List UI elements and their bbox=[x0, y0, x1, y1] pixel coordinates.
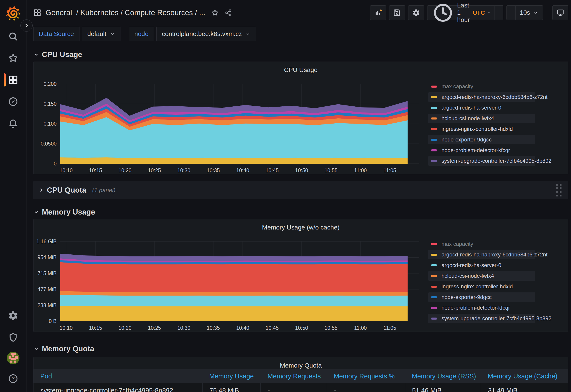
section-header-memory-usage[interactable]: Memory Usage bbox=[33, 207, 568, 217]
refresh-interval-picker[interactable]: 10s bbox=[515, 6, 543, 20]
memory-usage-chart[interactable]: 0 B238 MiB477 MiB715 MiB954 MiB1.16 GiB1… bbox=[33, 239, 425, 333]
panel-title[interactable]: Memory Quota bbox=[33, 357, 568, 369]
dashboard-icon bbox=[33, 9, 42, 17]
legend-item[interactable]: system-upgrade-controller-7cfb4c4995-8p8… bbox=[428, 156, 535, 166]
legend-item[interactable]: node-problem-detector-kfcqr bbox=[428, 146, 535, 155]
chart-row: 00.05000.1000.1500.20010:1010:1510:2010:… bbox=[33, 73, 568, 176]
y-tick-label: 0.0500 bbox=[41, 141, 57, 147]
star-icon[interactable] bbox=[211, 9, 219, 16]
sidebar-item-configuration[interactable] bbox=[0, 308, 27, 323]
variable-node-select[interactable]: controlplane.bee.k8s.vxm.cz bbox=[157, 27, 256, 41]
zoom-out-button[interactable] bbox=[494, 6, 503, 20]
user-avatar[interactable] bbox=[7, 352, 19, 364]
table-header-row: PodMemory UsageMemory RequestsMemory Req… bbox=[33, 369, 568, 383]
table-cell: 51.46 MiB bbox=[405, 383, 481, 392]
column-header[interactable]: Memory Requests bbox=[261, 369, 327, 383]
table-cell: system-upgrade-controller-7cfb4c4995-8p8… bbox=[33, 383, 202, 392]
memory-quota-table: PodMemory UsageMemory RequestsMemory Req… bbox=[33, 369, 568, 392]
panel-title[interactable]: Memory Usage (w/o cache) bbox=[33, 219, 568, 231]
sidebar-item-search[interactable] bbox=[0, 29, 27, 44]
y-tick-label: 0.200 bbox=[43, 81, 57, 87]
grafana-logo[interactable] bbox=[4, 4, 22, 21]
variable-datasource-select[interactable]: default bbox=[82, 27, 120, 41]
y-tick-label: 0 bbox=[54, 161, 57, 167]
table-cell: 75.48 MiB bbox=[202, 383, 261, 392]
sidebar-item-dashboards[interactable] bbox=[0, 72, 27, 87]
chevron-down-icon bbox=[533, 10, 538, 15]
legend-label: argocd-redis-ha-haproxy-6cdbb584b6-z72nt bbox=[442, 252, 547, 258]
legend-item[interactable]: argocd-redis-ha-server-0 bbox=[428, 261, 535, 270]
drag-handle[interactable] bbox=[556, 184, 561, 196]
breadcrumb[interactable]: General / Kubernetes / Compute Resources… bbox=[33, 8, 205, 17]
column-header[interactable]: Memory Usage (RSS) bbox=[405, 369, 481, 383]
legend-label: system-upgrade-controller-7cfb4c4995-8p8… bbox=[442, 158, 552, 164]
cpu-usage-chart[interactable]: 00.05000.1000.1500.20010:1010:1510:2010:… bbox=[33, 81, 425, 176]
legend-item[interactable]: system-upgrade-controller-7cfb4c4995-8p8… bbox=[428, 314, 535, 323]
legend-label: max capacity bbox=[442, 83, 473, 90]
legend-swatch bbox=[431, 264, 437, 266]
sidebar-expand-button[interactable] bbox=[20, 19, 33, 32]
legend-label: node-exporter-9dgcc bbox=[442, 294, 492, 300]
legend-item[interactable]: ingress-nginx-controller-hdxld bbox=[428, 124, 535, 134]
legend-label: hcloud-csi-node-lwfx4 bbox=[442, 115, 494, 122]
legend-item[interactable]: node-exporter-9dgcc bbox=[428, 135, 535, 144]
breadcrumb-path: / Kubernetes / Compute Resources / ... bbox=[76, 8, 205, 17]
x-tick-label: 10:30 bbox=[177, 325, 190, 331]
share-icon[interactable] bbox=[225, 9, 232, 16]
y-tick-label: 0.150 bbox=[43, 101, 57, 107]
section-header-memory-quota[interactable]: Memory Quota bbox=[33, 344, 568, 354]
search-icon bbox=[8, 31, 18, 42]
column-header[interactable]: Memory Usage bbox=[202, 369, 261, 383]
panel-cpu-usage: CPU Usage 00.05000.1000.1500.20010:1010:… bbox=[33, 62, 568, 174]
legend-swatch bbox=[431, 139, 437, 141]
variable-value: default bbox=[87, 30, 106, 38]
section-header-cpu-usage[interactable]: CPU Usage bbox=[33, 49, 568, 60]
x-tick-label: 10:10 bbox=[59, 325, 73, 331]
chart-row: 0 B238 MiB477 MiB715 MiB954 MiB1.16 GiB1… bbox=[33, 231, 568, 333]
breadcrumb-folder[interactable]: General bbox=[45, 8, 72, 17]
sidebar-item-explore[interactable] bbox=[0, 94, 27, 109]
add-panel-button[interactable] bbox=[370, 5, 386, 20]
time-range-picker[interactable]: Last 1 hour UTC bbox=[428, 6, 494, 20]
column-header[interactable]: Memory Usage (Cache) bbox=[481, 369, 568, 383]
refresh-button[interactable] bbox=[507, 6, 515, 20]
clock-icon bbox=[432, 1, 454, 24]
refresh-interval-label: 10s bbox=[520, 9, 530, 16]
y-tick-label: 477 MiB bbox=[38, 286, 57, 292]
legend-item[interactable]: argocd-redis-ha-haproxy-6cdbb584b6-z72nt bbox=[428, 250, 535, 259]
legend-label: argocd-redis-ha-server-0 bbox=[442, 262, 501, 268]
section-header-cpu-quota[interactable]: CPU Quota (1 panel) bbox=[33, 181, 568, 199]
kiosk-mode-button[interactable] bbox=[552, 5, 568, 20]
legend-item[interactable]: argocd-redis-ha-haproxy-6cdbb584b6-z72nt bbox=[428, 92, 535, 102]
legend-item[interactable]: hcloud-csi-node-lwfx4 bbox=[428, 114, 535, 123]
sidebar-item-alerting[interactable] bbox=[0, 116, 27, 131]
chevron-right-icon bbox=[24, 23, 29, 28]
legend-item[interactable]: hcloud-csi-node-lwfx4 bbox=[428, 271, 535, 281]
sidebar-item-help[interactable]: ? bbox=[0, 371, 27, 386]
legend-swatch bbox=[431, 286, 437, 288]
legend-item[interactable]: max capacity bbox=[428, 239, 535, 249]
save-dashboard-button[interactable] bbox=[389, 5, 405, 20]
dashboard-settings-button[interactable] bbox=[408, 5, 424, 20]
legend-item[interactable]: argocd-redis-ha-server-0 bbox=[428, 103, 535, 112]
legend-item[interactable]: max capacity bbox=[428, 82, 535, 91]
column-header[interactable]: Pod bbox=[33, 369, 202, 383]
legend-item[interactable]: node-problem-detector-kfcqr bbox=[428, 303, 535, 313]
add-panel-icon bbox=[374, 9, 382, 16]
panel-title[interactable]: CPU Usage bbox=[33, 62, 568, 73]
legend-swatch bbox=[431, 160, 437, 162]
sidebar-item-favorites[interactable] bbox=[0, 51, 27, 66]
memory-usage-legend: max capacityargocd-redis-ha-haproxy-6cdb… bbox=[428, 239, 535, 333]
x-tick-label: 10:10 bbox=[59, 168, 73, 173]
x-tick-label: 10:50 bbox=[295, 168, 308, 173]
legend-item[interactable]: ingress-nginx-controller-hdxld bbox=[428, 282, 535, 291]
column-header[interactable]: Memory Requests % bbox=[327, 369, 405, 383]
legend-label: max capacity bbox=[442, 241, 473, 247]
chart-canvas: 00.05000.1000.1500.20010:1010:1510:2010:… bbox=[33, 81, 425, 175]
sidebar-item-server-admin[interactable] bbox=[0, 330, 27, 345]
series-area-system-upgrade-controller-7cfb4c4995-8p892 bbox=[60, 254, 408, 261]
x-tick-label: 10:35 bbox=[207, 168, 220, 173]
legend-item[interactable]: node-exporter-9dgcc bbox=[428, 293, 535, 302]
chevron-right-icon bbox=[38, 187, 44, 193]
panel-memory-quota: Memory Quota PodMemory UsageMemory Reque… bbox=[33, 357, 568, 392]
